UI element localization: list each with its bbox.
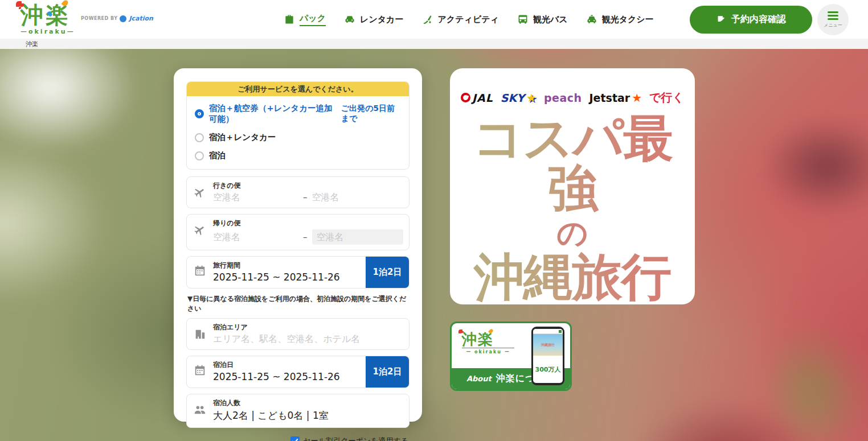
service-options: 宿泊＋航空券（+レンタカー追加可能） ご出発の5日前まで 宿泊＋レンタカー 宿泊: [187, 96, 409, 169]
stay-area-card: 宿泊エリア: [186, 318, 410, 350]
logo-text: 沖楽: [21, 2, 75, 27]
hero-headline: コスパ最強 の 沖縄旅行: [450, 113, 695, 302]
return-flight-card: 帰りの便 –: [186, 214, 410, 250]
breadcrumb[interactable]: 沖楽: [0, 39, 868, 49]
jal-crane-icon: [461, 93, 470, 102]
logo-flower-icon: [16, 1, 22, 7]
people-icon: [194, 403, 206, 416]
multi-hotel-note: ▼日毎に異なる宿泊施設をご利用の場合、初泊施設の期間をご選択ください: [187, 294, 410, 314]
main-nav: パック レンタカー アクティビティ 観光バス 観光タクシー: [284, 0, 654, 39]
stay-area-input[interactable]: [213, 333, 395, 344]
headline-line1: コスパ最強: [450, 113, 695, 213]
guests-value: 大人2名 | こども0名 | 1室: [213, 409, 402, 422]
reservation-check-button[interactable]: 予約内容確認: [690, 6, 812, 34]
clipboard-icon: [716, 15, 726, 24]
outbound-label: 行きの便: [213, 181, 402, 191]
airplane-icon: [194, 224, 206, 236]
return-inputs: –: [213, 229, 402, 245]
trip-period-card[interactable]: 旅行期間 2025-11-25 ~ 2025-11-26 1泊2日: [186, 256, 410, 288]
service-select-card: ご利用サービスを選んでください。 宿泊＋航空券（+レンタカー追加可能） ご出発の…: [186, 81, 410, 170]
reservation-check-label: 予約内容確認: [731, 14, 786, 26]
airline-logos: JAL SKY ★ peach Jetstar ★ で行く: [450, 90, 695, 105]
radio-stay-flight[interactable]: 宿泊＋航空券（+レンタカー追加可能） ご出発の5日前まで: [195, 103, 401, 125]
about-okiraku-card[interactable]: 沖楽 ー okiraku ー 沖縄旅行 300万人 About 沖楽について: [450, 322, 572, 391]
car-icon: [344, 14, 355, 25]
nav-label: アクティビティ: [437, 14, 498, 25]
radio-stay-rentacar[interactable]: 宿泊＋レンタカー: [195, 132, 401, 143]
logo-flower-icon: [458, 329, 462, 333]
about-label-en: About: [466, 374, 492, 383]
return-label: 帰りの便: [213, 219, 402, 228]
radio-label: 宿泊＋レンタカー: [209, 132, 276, 143]
page: 沖楽 —okiraku— POWERED BY Jcation パック レンタカ…: [0, 0, 868, 441]
jal-logo: JAL: [461, 92, 493, 104]
trip-period-label: 旅行期間: [213, 261, 359, 270]
return-from-input[interactable]: [213, 232, 298, 242]
stay-date-card[interactable]: 宿泊日 2025-11-25 ~ 2025-11-26 1泊2日: [186, 356, 410, 388]
hero-suffix: で行く: [649, 90, 684, 105]
parasail-activity-icon: [421, 14, 433, 25]
phone-mockup: 沖縄旅行 300万人: [531, 327, 564, 385]
powered-by-label: POWERED BY: [81, 16, 117, 21]
nav-item-taxi[interactable]: 観光タクシー: [586, 14, 654, 25]
calendar-icon: [194, 364, 206, 377]
hero-card: JAL SKY ★ peach Jetstar ★ で行く コスパ最強 の 沖縄…: [450, 68, 695, 304]
nav-item-activity[interactable]: アクティビティ: [421, 14, 498, 25]
service-select-header: ご利用サービスを選んでください。: [187, 82, 409, 96]
nav-label: パック: [300, 13, 326, 26]
menu-button[interactable]: メニュー: [817, 4, 849, 35]
phone-screen: 沖縄旅行 300万人: [533, 329, 563, 383]
stay-area-label: 宿泊エリア: [213, 323, 402, 332]
radio-label: 宿泊: [209, 150, 226, 161]
phone-screen-header: [533, 329, 563, 334]
radio-icon: [195, 133, 204, 142]
outbound-flight-card: 行きの便 –: [186, 176, 410, 208]
about-logo-subtitle: ー okiraku ー: [462, 348, 514, 355]
return-to-input[interactable]: [312, 229, 403, 245]
nav-item-pack[interactable]: パック: [284, 13, 326, 26]
logo-subtitle: —okiraku—: [21, 28, 75, 35]
calendar-icon: [194, 265, 206, 277]
hamburger-icon: [828, 11, 838, 20]
trip-period-value: 2025-11-25 ~ 2025-11-26: [213, 271, 359, 283]
checkbox-checked-icon: [290, 436, 300, 441]
coupon-checkbox-label: セール割引クーポンを適用する: [304, 436, 408, 441]
stay-nights-badge: 1泊2日: [366, 356, 409, 388]
peach-logo: peach: [544, 92, 582, 104]
outbound-from-input[interactable]: [213, 192, 298, 203]
airplane-icon: [194, 186, 206, 199]
phone-stat: 300万人: [533, 356, 563, 383]
jetstar-star-icon: ★: [632, 92, 642, 104]
header: 沖楽 —okiraku— POWERED BY Jcation パック レンタカ…: [0, 0, 868, 39]
nav-label: 観光バス: [533, 14, 568, 25]
nav-item-bus[interactable]: 観光バス: [517, 14, 568, 25]
coupon-checkbox-row[interactable]: セール割引クーポンを適用する: [186, 436, 408, 441]
skymark-logo: SKY ★: [501, 92, 537, 104]
skymark-star-icon: ★: [526, 92, 537, 104]
outbound-to-input[interactable]: [312, 192, 398, 203]
radio-icon: [195, 151, 204, 160]
trip-nights-badge: 1泊2日: [366, 257, 409, 288]
stay-date-main: 宿泊日 2025-11-25 ~ 2025-11-26: [187, 356, 366, 388]
jetstar-logo: Jetstar ★: [589, 92, 642, 104]
stay-date-label: 宿泊日: [213, 360, 359, 370]
nav-label: 観光タクシー: [602, 14, 654, 25]
hero-background: [0, 49, 868, 441]
nav-item-rentacar[interactable]: レンタカー: [344, 14, 403, 25]
radio-stay-only[interactable]: 宿泊: [195, 150, 401, 161]
radio-icon: [195, 109, 204, 118]
trip-period-main: 旅行期間 2025-11-25 ~ 2025-11-26: [187, 257, 366, 288]
headline-line3: 沖縄旅行: [450, 252, 695, 302]
building-icon: [194, 328, 206, 340]
powered-by: POWERED BY Jcation: [81, 15, 153, 22]
site-logo[interactable]: 沖楽 —okiraku—: [21, 2, 75, 35]
hibiscus-photo: [0, 49, 868, 441]
guests-label: 宿泊人数: [213, 398, 402, 408]
suitcase-icon: [284, 14, 295, 25]
guests-card[interactable]: 宿泊人数 大人2名 | こども0名 | 1室: [186, 394, 410, 428]
route-dash: –: [303, 192, 308, 203]
menu-label: メニュー: [824, 22, 842, 28]
outbound-inputs: –: [213, 192, 402, 203]
deadline-note: ご出発の5日前まで: [341, 104, 401, 124]
nav-label: レンタカー: [360, 14, 403, 25]
